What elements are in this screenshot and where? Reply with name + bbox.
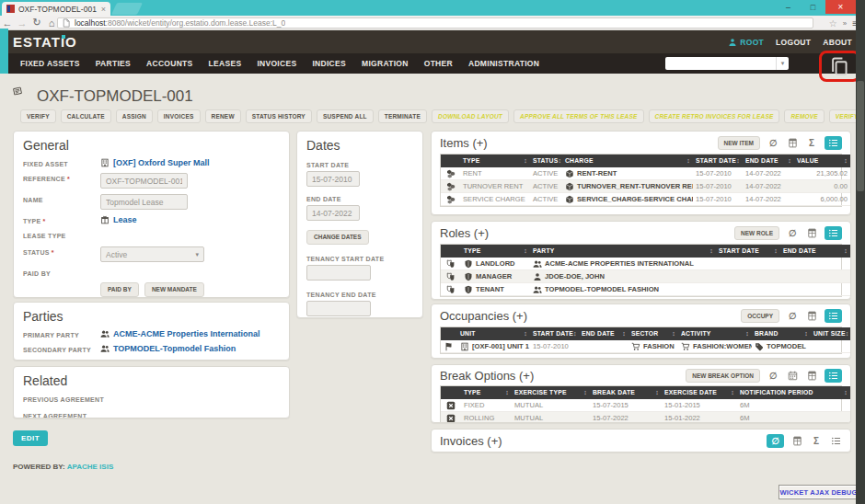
tenancy-start-date-field[interactable]: [306, 265, 371, 281]
roles-col-start-date[interactable]: START DATE↕: [716, 245, 780, 258]
hide-columns-icon[interactable]: ∅: [767, 137, 779, 149]
roles-col-party[interactable]: PARTY↕: [530, 245, 716, 258]
items-col-value[interactable]: VALUE↕: [794, 155, 850, 167]
nav-leases[interactable]: LEASES: [209, 59, 242, 68]
assign-button[interactable]: ASSIGN: [116, 109, 153, 123]
reference-field[interactable]: [100, 173, 188, 189]
type-link[interactable]: Lease: [100, 215, 137, 224]
download-layout-button[interactable]: DOWNLOAD LAYOUT: [432, 109, 509, 123]
party-link[interactable]: ACME-ACME PROPERTIES INTERNATIONAL: [530, 258, 716, 270]
forward-icon[interactable]: →: [15, 17, 29, 29]
activity-link[interactable]: FASHION:WOMEN: [678, 340, 752, 353]
nav-indices[interactable]: INDICES: [312, 59, 346, 68]
roles-col-end-date[interactable]: END DATE↕: [780, 245, 850, 258]
suspend-all-button[interactable]: SUSPEND ALL: [317, 109, 374, 123]
global-search-box[interactable]: ▾: [665, 57, 789, 70]
hide-columns-icon[interactable]: ∅: [786, 310, 799, 322]
brk-col-break-date[interactable]: BREAK DATE↕: [590, 386, 662, 399]
new-tab-button[interactable]: [111, 3, 143, 15]
occ-col-start-date[interactable]: START DATE↕: [530, 327, 579, 340]
export-word-icon[interactable]: [805, 310, 818, 322]
list-view-icon[interactable]: [825, 369, 842, 383]
occ-col-end-date[interactable]: END DATE↕: [579, 327, 629, 340]
new-item-button[interactable]: NEW ITEM: [718, 136, 761, 150]
invoices-button[interactable]: INVOICES: [157, 109, 201, 123]
items-col-end-date[interactable]: END DATE↕: [743, 155, 794, 167]
search-input[interactable]: [665, 57, 776, 70]
start-date-field[interactable]: [306, 171, 360, 187]
hide-columns-icon[interactable]: ∅: [767, 370, 779, 382]
charge-link[interactable]: TURNOVER_RENT-TURNOVER RENT: [562, 180, 693, 193]
paid-by-button[interactable]: PAID BY: [100, 282, 139, 297]
nav-parties[interactable]: PARTIES: [96, 59, 131, 68]
items-col-charge[interactable]: CHARGE↕: [562, 155, 693, 167]
nav-invoices[interactable]: INVOICES: [257, 59, 296, 68]
items-col-start-date[interactable]: START DATE↕: [693, 155, 743, 167]
fixed-asset-link[interactable]: [OXF] Oxford Super Mall: [100, 158, 210, 167]
nav-fixed-assets[interactable]: FIXED ASSETS: [20, 59, 80, 68]
summary-sigma-icon[interactable]: Σ: [810, 435, 823, 447]
window-minimize-button[interactable]: –: [776, 0, 801, 14]
nav-accounts[interactable]: ACCOUNTS: [146, 59, 193, 68]
occupy-button[interactable]: OCCUPY: [741, 309, 779, 323]
export-word-icon[interactable]: [790, 435, 803, 447]
primary-party-link[interactable]: ACME-ACME Properties International: [100, 329, 260, 338]
approve-all-terms-button[interactable]: APPROVE ALL TERMS OF THIS LEASE: [513, 109, 644, 123]
brk-col-notification-period[interactable]: NOTIFICATION PERIOD↕: [737, 386, 850, 399]
charge-link[interactable]: RENT-RENT: [562, 167, 693, 180]
apache-isis-link[interactable]: APACHE ISIS: [67, 463, 114, 471]
extensions-overflow-icon[interactable]: »: [843, 19, 847, 28]
scrollbar-thumb[interactable]: [857, 81, 864, 191]
new-role-button[interactable]: NEW ROLE: [734, 226, 779, 240]
occ-col-activity[interactable]: ACTIVITY↕: [678, 327, 752, 340]
name-field[interactable]: [100, 194, 188, 210]
brand-link[interactable]: TOPMODEL: [752, 340, 811, 353]
tenancy-end-date-field[interactable]: [306, 301, 371, 316]
export-word-icon[interactable]: [786, 137, 799, 149]
list-view-icon[interactable]: [825, 226, 842, 240]
export-word-icon[interactable]: [805, 227, 818, 239]
new-break-option-button[interactable]: NEW BREAK OPTION: [686, 369, 760, 383]
wicket-ajax-debug-button[interactable]: WICKET AJAX DEBUG: [778, 485, 859, 499]
nav-other[interactable]: OTHER: [424, 59, 453, 68]
occ-col-sector[interactable]: SECTOR↕: [629, 327, 678, 340]
brand-logo[interactable]: ESTATIO: [13, 34, 77, 50]
search-dropdown-icon[interactable]: ▾: [776, 57, 789, 70]
occ-col-unit-size[interactable]: UNIT SIZE↕: [811, 327, 850, 340]
end-date-field[interactable]: [306, 205, 360, 221]
url-bar[interactable]: localhost:8080/wicket/entity/org.estatio…: [57, 17, 813, 29]
party-link[interactable]: TOPMODEL-TOPMODEL FASHION: [530, 283, 716, 296]
browser-tab[interactable]: OXF-TOPMODEL-001 ×: [2, 2, 110, 16]
remove-button[interactable]: REMOVE: [784, 109, 824, 123]
about-link[interactable]: ABOUT: [823, 38, 852, 47]
nav-migration[interactable]: MIGRATION: [362, 59, 409, 68]
change-dates-button[interactable]: CHANGE DATES: [306, 230, 369, 245]
unit-link[interactable]: [OXF-001] UNIT 1: [457, 340, 530, 353]
sector-link[interactable]: FASHION: [629, 340, 678, 353]
nav-administration[interactable]: ADMINISTRATION: [468, 59, 539, 68]
terminate-button[interactable]: TERMINATE: [378, 109, 427, 123]
status-select[interactable]: Active ▾: [100, 246, 204, 262]
calendar-view-icon[interactable]: [786, 370, 799, 382]
summary-sigma-icon[interactable]: Σ: [805, 137, 818, 149]
items-col-type[interactable]: TYPE↕: [460, 155, 530, 167]
user-menu[interactable]: ROOT: [728, 38, 764, 47]
scrollbar[interactable]: [856, 0, 865, 504]
list-view-icon[interactable]: [829, 435, 842, 447]
window-close-button[interactable]: ×: [825, 0, 856, 14]
bookmark-star-icon[interactable]: ☆: [829, 18, 837, 29]
brk-col-type[interactable]: TYPE↕: [461, 386, 512, 399]
list-view-icon[interactable]: [825, 309, 842, 323]
party-link[interactable]: JDOE-DOE, JOHN: [530, 270, 716, 283]
occ-col-brand[interactable]: BRAND↕: [752, 327, 811, 340]
hide-columns-icon[interactable]: ∅: [767, 434, 784, 448]
items-col-status[interactable]: STATUS↕: [530, 155, 562, 167]
hide-columns-icon[interactable]: ∅: [786, 227, 799, 239]
back-icon[interactable]: ←: [0, 17, 15, 29]
tab-close-icon[interactable]: ×: [101, 5, 106, 14]
new-mandate-button[interactable]: NEW MANDATE: [144, 282, 204, 297]
occ-col-unit[interactable]: UNIT↕: [457, 327, 530, 340]
brk-col-exercise-date[interactable]: EXERCISE DATE↕: [662, 386, 737, 399]
verify-button[interactable]: VERIFY: [20, 109, 56, 123]
charge-link[interactable]: SERVICE_CHARGE-SERVICE CHARGE: [562, 193, 693, 206]
